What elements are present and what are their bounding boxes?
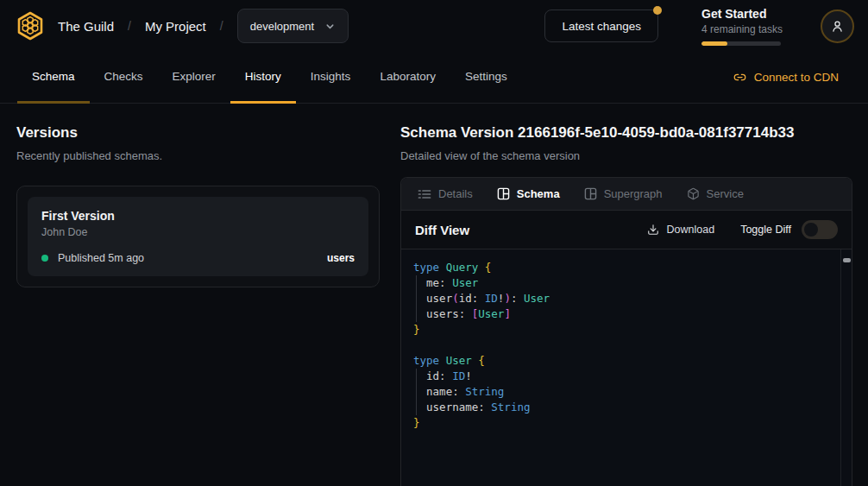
toggle-diff-label: Toggle Diff	[740, 224, 791, 236]
link-icon	[733, 71, 746, 84]
scrollbar-thumb[interactable]	[843, 258, 851, 262]
breadcrumb-org[interactable]: The Guild	[58, 19, 114, 34]
versions-list-card: First Version John Doe Published 5m ago …	[16, 186, 380, 287]
diff-view-title: Diff View	[415, 223, 469, 237]
code-line: id: ID!	[413, 369, 829, 384]
download-icon	[647, 224, 659, 236]
detail-tab-service[interactable]: Service	[677, 178, 753, 210]
top-header: The Guild / My Project / development Lat…	[0, 0, 868, 52]
download-button[interactable]: Download	[647, 224, 715, 236]
connect-to-cdn-label: Connect to CDN	[754, 71, 839, 84]
published-status-text: Published 5m ago	[58, 252, 144, 264]
toggle-diff-switch[interactable]	[802, 220, 838, 239]
layout-icon	[584, 187, 597, 200]
code-line: users: [User]	[413, 306, 829, 322]
detail-tab-details[interactable]: Details	[408, 178, 482, 210]
code-line: }	[413, 322, 829, 338]
version-list-item[interactable]: First Version John Doe Published 5m ago …	[28, 197, 368, 276]
published-status-dot	[41, 255, 48, 262]
tab-schema[interactable]: Schema	[17, 52, 90, 104]
breadcrumb: The Guild / My Project / development	[58, 9, 349, 43]
main-nav: Schema Checks Explorer History Insights …	[0, 52, 868, 104]
get-started-widget[interactable]: Get Started 4 remaining tasks	[701, 7, 781, 46]
tab-laboratory[interactable]: Laboratory	[365, 52, 450, 104]
get-started-progress-track	[701, 41, 781, 46]
tab-insights[interactable]: Insights	[296, 52, 366, 104]
code-line: me: User	[413, 275, 829, 291]
tab-explorer[interactable]: Explorer	[158, 52, 230, 104]
version-detail-title: Schema Version 2166196f-5e10-4059-bd0a-0…	[400, 123, 852, 143]
version-name: First Version	[41, 209, 355, 223]
version-author: John Doe	[41, 226, 355, 238]
latest-changes-button[interactable]: Latest changes	[544, 9, 658, 42]
versions-subtitle: Recently published schemas.	[16, 149, 380, 162]
code-line: name: String	[413, 384, 829, 400]
environment-selector-value: development	[250, 20, 314, 33]
schema-code-viewer: type Query { me: User user(id: ID!): Use…	[401, 249, 852, 486]
breadcrumb-separator: /	[220, 19, 223, 33]
cube-icon	[687, 187, 700, 200]
diff-view-header: Diff View Download Toggle Diff	[401, 210, 852, 249]
breadcrumb-separator: /	[128, 19, 131, 33]
code-line: user(id: ID!): User	[413, 291, 829, 306]
latest-changes-label: Latest changes	[562, 20, 641, 33]
tab-history[interactable]: History	[230, 52, 296, 104]
hive-logo-icon[interactable]	[14, 9, 47, 42]
code-line: type Query {	[413, 260, 829, 275]
code-line	[413, 338, 829, 353]
notification-dot	[653, 6, 662, 15]
version-meta-row: Published 5m ago users	[41, 252, 355, 264]
detail-tab-supergraph[interactable]: Supergraph	[575, 178, 672, 210]
indent-guide	[416, 369, 417, 415]
versions-title: Versions	[16, 123, 380, 143]
get-started-subtitle: 4 remaining tasks	[701, 23, 781, 35]
switch-knob	[804, 223, 818, 237]
get-started-title: Get Started	[701, 7, 781, 22]
progress-fill	[701, 41, 727, 46]
layout-icon	[497, 187, 510, 200]
version-detail-box: Details Schema Sup	[400, 177, 852, 486]
version-detail-subtitle: Detailed view of the schema version	[400, 149, 852, 162]
service-badge: users	[327, 252, 355, 264]
person-icon	[830, 19, 845, 34]
code-line: username: String	[413, 400, 829, 415]
indent-guide	[416, 275, 417, 322]
version-detail-panel: Schema Version 2166196f-5e10-4059-bd0a-0…	[400, 104, 868, 486]
main-content: Versions Recently published schemas. Fir…	[0, 104, 868, 486]
code-scrollbar[interactable]	[840, 249, 852, 486]
code-block: type Query { me: User user(id: ID!): Use…	[413, 260, 829, 431]
detail-tab-schema[interactable]: Schema	[487, 178, 569, 210]
versions-panel: Versions Recently published schemas. Fir…	[0, 104, 400, 486]
environment-selector[interactable]: development	[237, 9, 349, 43]
tab-settings[interactable]: Settings	[450, 52, 522, 104]
breadcrumb-project[interactable]: My Project	[145, 19, 206, 34]
list-icon	[418, 187, 431, 201]
code-line: type User {	[413, 353, 829, 369]
detail-tabs: Details Schema Sup	[401, 178, 852, 210]
connect-to-cdn-link[interactable]: Connect to CDN	[721, 52, 851, 103]
chevron-down-icon	[324, 21, 336, 32]
user-avatar[interactable]	[821, 9, 854, 43]
code-line: }	[413, 415, 829, 431]
tab-checks[interactable]: Checks	[90, 52, 158, 104]
